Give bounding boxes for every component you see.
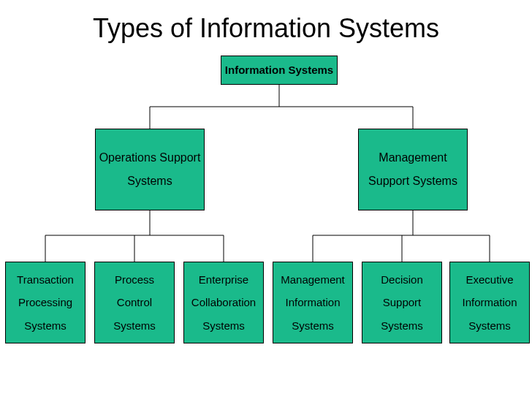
node-enterprise-collaboration: Enterprise Collaboration Systems: [183, 262, 264, 343]
node-operations-support: Operations Support Systems: [95, 129, 205, 210]
node-root: Information Systems: [221, 56, 338, 85]
node-decision-support: Decision Support Systems: [362, 262, 442, 343]
node-process-control: Process Control Systems: [94, 262, 175, 343]
slide-title: Types of Information Systems: [0, 13, 532, 44]
node-transaction-processing: Transaction Processing Systems: [5, 262, 86, 343]
node-management-information: Management Information Systems: [273, 262, 353, 343]
node-executive-information: Executive Information Systems: [449, 262, 530, 343]
node-management-support: Management Support Systems: [358, 129, 468, 210]
